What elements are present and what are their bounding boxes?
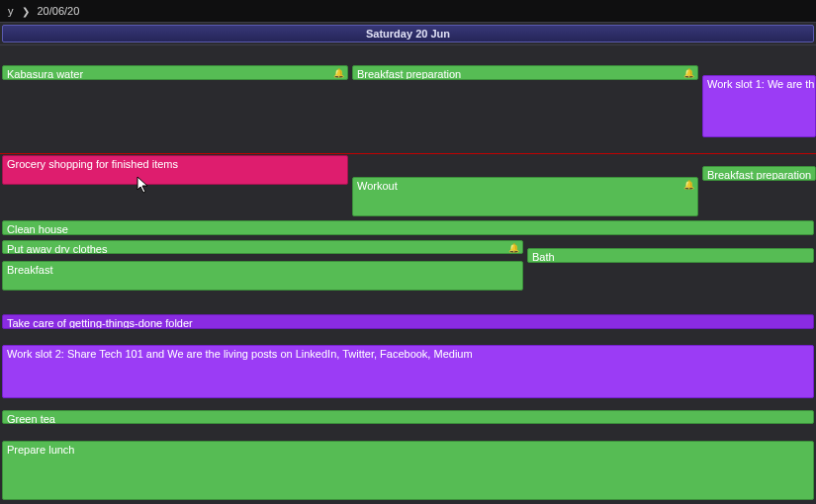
event-bath[interactable]: Bath	[527, 248, 814, 263]
calendar-canvas[interactable]: Kabasura water 🔔 Breakfast preparation 🔔…	[0, 45, 816, 504]
event-kabasura[interactable]: Kabasura water 🔔	[2, 65, 348, 80]
event-work-slot-2[interactable]: Work slot 2: Share Tech 101 and We are t…	[2, 345, 814, 398]
event-workout[interactable]: Workout 🔔	[352, 177, 698, 216]
event-grocery[interactable]: Grocery shopping for finished items	[2, 155, 348, 185]
event-label: Breakfast preparation	[707, 169, 811, 181]
event-label: Breakfast preparation	[357, 68, 461, 80]
event-clean-house[interactable]: Clean house	[2, 220, 814, 235]
current-time-indicator	[0, 153, 816, 154]
breadcrumb-prev[interactable]: y	[4, 5, 18, 17]
bell-icon: 🔔	[333, 67, 344, 80]
event-label: Take care of getting-things-done folder	[7, 317, 193, 329]
event-label: Kabasura water	[7, 68, 83, 80]
breadcrumb-current[interactable]: 20/06/20	[34, 5, 84, 17]
bell-icon: 🔔	[683, 67, 694, 80]
day-header[interactable]: Saturday 20 Jun	[2, 25, 814, 42]
event-prepare-lunch[interactable]: Prepare lunch	[2, 441, 814, 500]
chevron-right-icon: ❯	[22, 6, 30, 17]
event-label: Workout	[357, 180, 398, 192]
event-label: Breakfast	[7, 264, 52, 276]
event-breakfast-prep-2[interactable]: Breakfast preparation	[702, 166, 816, 181]
event-breakfast-prep[interactable]: Breakfast preparation 🔔	[352, 65, 698, 80]
event-label: Grocery shopping for finished items	[7, 158, 178, 170]
event-label: Green tea	[7, 413, 55, 424]
event-label: Put away dry clothes	[7, 243, 108, 254]
event-put-away-clothes[interactable]: Put away dry clothes 🔔	[2, 240, 523, 254]
event-label: Bath	[532, 251, 555, 263]
event-gtd-folder[interactable]: Take care of getting-things-done folder	[2, 314, 814, 329]
event-label: Prepare lunch	[7, 444, 75, 456]
event-work-slot-1[interactable]: Work slot 1: We are the livin	[702, 75, 816, 137]
breadcrumb: y ❯ 20/06/20	[0, 0, 816, 22]
day-title: Saturday 20 Jun	[366, 28, 450, 40]
bell-icon: 🔔	[508, 242, 519, 254]
bell-icon: 🔔	[683, 179, 694, 192]
event-label: Clean house	[7, 223, 68, 235]
event-green-tea[interactable]: Green tea	[2, 410, 814, 424]
day-header-container: Saturday 20 Jun	[0, 22, 816, 45]
event-label: Work slot 2: Share Tech 101 and We are t…	[7, 348, 473, 360]
event-label: Work slot 1: We are the livin	[707, 78, 816, 90]
event-breakfast[interactable]: Breakfast	[2, 261, 523, 291]
